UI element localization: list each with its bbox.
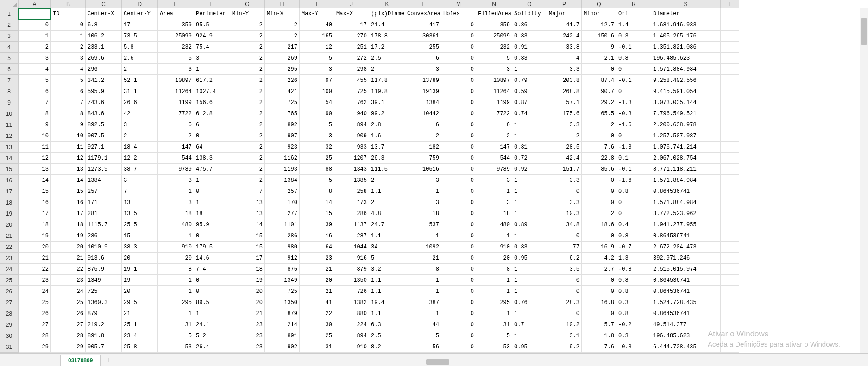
cell[interactable]: 21 (122, 308, 158, 319)
cell[interactable]: 3 (405, 175, 441, 186)
cell[interactable]: 138.3 (194, 153, 230, 164)
cell[interactable]: 894 (334, 119, 369, 130)
cell[interactable]: 6.444.728.435 (651, 341, 721, 353)
cell[interactable]: 892 (265, 119, 300, 130)
cell[interactable]: 1027.4 (194, 86, 230, 97)
cell[interactable]: 20 (51, 242, 86, 253)
cell[interactable] (721, 297, 739, 308)
cell[interactable]: 1 (405, 286, 441, 297)
cell[interactable]: 49.514.377 (651, 319, 721, 330)
cell[interactable]: 0 (441, 142, 476, 153)
cell[interactable]: Center-Y (122, 8, 158, 19)
row-header[interactable]: 4 (0, 42, 19, 53)
cell[interactable]: -1.3 (616, 142, 651, 153)
cell[interactable]: 6.3 (369, 319, 405, 330)
cell[interactable]: 1 (476, 230, 512, 242)
cell[interactable]: Area (158, 8, 194, 19)
cell[interactable]: 17 (122, 19, 158, 31)
cell[interactable]: 53 (158, 341, 194, 353)
cell[interactable]: 277 (265, 208, 300, 219)
cell[interactable]: 0 (582, 186, 616, 197)
cell[interactable]: 18 (194, 208, 230, 219)
cell[interactable]: 14 (19, 175, 51, 186)
cell[interactable]: 0.8 (616, 230, 651, 242)
cell[interactable]: 0 (441, 242, 476, 253)
cell[interactable] (721, 230, 739, 242)
cell[interactable]: 25 (300, 153, 334, 164)
cell[interactable]: 3.1 (547, 330, 582, 341)
cell[interactable]: 29 (19, 341, 51, 353)
cell[interactable]: 2 (230, 64, 265, 75)
cell[interactable]: 2 (230, 97, 265, 108)
cell[interactable]: 1 (512, 130, 547, 142)
cell[interactable]: 232 (476, 42, 512, 53)
cell[interactable]: 10.2 (547, 319, 582, 330)
cell[interactable]: 13.5 (122, 208, 158, 219)
cell[interactable]: 1 (512, 308, 547, 319)
cell[interactable] (721, 31, 739, 42)
cell[interactable]: 17 (19, 208, 51, 219)
cell[interactable]: 3 (300, 130, 334, 142)
col-header[interactable]: Q (582, 0, 616, 8)
cell[interactable]: 1.571.884.984 (651, 64, 721, 75)
cell[interactable]: 0.92 (512, 164, 547, 175)
cell[interactable]: 726 (334, 286, 369, 297)
cell[interactable]: 18 (230, 264, 265, 275)
cell[interactable]: 0.864536741 (651, 286, 721, 297)
cell[interactable]: 224 (334, 319, 369, 330)
cell[interactable]: 171 (86, 197, 122, 208)
cell[interactable]: 6 (51, 86, 86, 97)
cell[interactable]: Min-X (265, 8, 300, 19)
cell[interactable]: 10.3 (547, 208, 582, 219)
cell[interactable]: 5 (300, 119, 334, 130)
cell[interactable]: 25.8 (122, 341, 158, 353)
cell[interactable]: 6.8 (86, 19, 122, 31)
cell[interactable] (721, 53, 739, 64)
cell[interactable]: 156.6 (194, 97, 230, 108)
cell[interactable]: 1 (194, 308, 230, 319)
col-header[interactable]: I (300, 0, 334, 8)
col-header[interactable]: L (405, 0, 441, 8)
cell[interactable]: 269.6 (86, 53, 122, 64)
cell[interactable]: 6 (158, 119, 194, 130)
cell[interactable]: 89.5 (194, 297, 230, 308)
cell[interactable]: 90.7 (582, 86, 616, 97)
cell[interactable]: 2 (122, 64, 158, 75)
cell[interactable]: 25.1 (122, 319, 158, 330)
cell[interactable]: 24.1 (194, 319, 230, 330)
cell[interactable]: 2.200.638.978 (651, 119, 721, 130)
cell[interactable]: 1.681.916.933 (651, 19, 721, 31)
cell[interactable]: 2.672.204.473 (651, 242, 721, 253)
cell[interactable]: 295 (158, 297, 194, 308)
cell[interactable]: 940 (334, 108, 369, 119)
cell[interactable]: 0 (441, 86, 476, 97)
cell[interactable]: 1115.7 (86, 219, 122, 230)
cell[interactable]: 258 (334, 186, 369, 197)
cell[interactable]: 9789 (158, 164, 194, 175)
cell[interactable]: 2.7 (582, 264, 616, 275)
cell[interactable]: 876.9 (86, 264, 122, 275)
col-header[interactable]: J (334, 0, 369, 8)
row-header[interactable]: 30 (0, 330, 19, 341)
cell[interactable]: 19.4 (369, 297, 405, 308)
cell[interactable]: 38.3 (122, 242, 158, 253)
cell[interactable]: 286 (86, 230, 122, 242)
cell[interactable]: 182 (405, 142, 441, 153)
cell[interactable]: 3.2 (369, 264, 405, 275)
cell[interactable]: 33.8 (547, 42, 582, 53)
cell[interactable]: 1384 (265, 175, 300, 186)
cell[interactable]: 1.076.741.214 (651, 142, 721, 153)
cell[interactable]: 22 (19, 264, 51, 275)
cell[interactable]: 10 (19, 130, 51, 142)
col-header[interactable]: K (369, 0, 405, 8)
cell[interactable]: 20 (300, 275, 334, 286)
col-header[interactable]: M (441, 0, 476, 8)
cell[interactable]: 31 (476, 319, 512, 330)
cell[interactable]: 97 (300, 75, 334, 86)
cell[interactable]: 196.485.623 (651, 53, 721, 64)
cell[interactable]: 242.4 (547, 31, 582, 42)
cell[interactable]: 1382 (334, 297, 369, 308)
cell[interactable]: 298 (334, 64, 369, 75)
cell[interactable]: 6 (194, 119, 230, 130)
cell[interactable]: 16 (19, 197, 51, 208)
